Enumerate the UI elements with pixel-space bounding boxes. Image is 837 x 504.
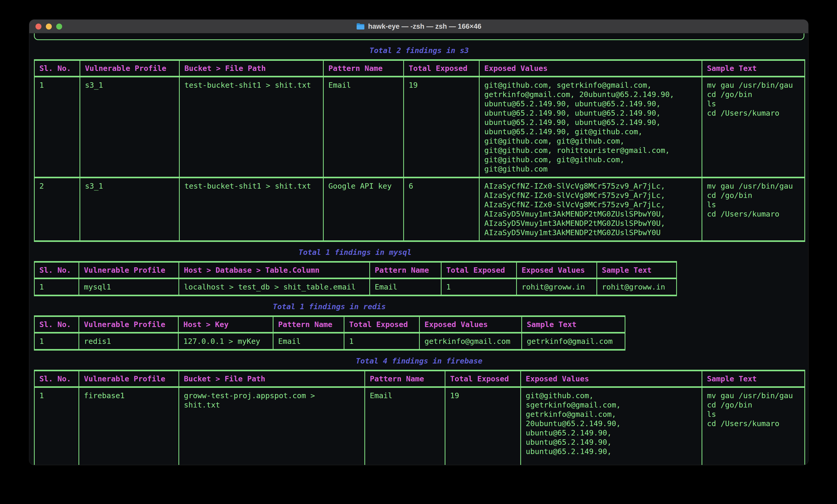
mysql-findings-table: Sl. No. Vulnerable Profile Host > Databa… xyxy=(34,261,677,296)
column-header-sl-no: Sl. No. xyxy=(34,60,80,77)
cell-sl-no: 1 xyxy=(34,77,80,178)
column-header-profile: Vulnerable Profile xyxy=(79,262,179,278)
column-header-sl-no: Sl. No. xyxy=(34,316,79,333)
cell-profile: redis1 xyxy=(79,333,178,350)
column-header-pattern: Pattern Name xyxy=(365,371,445,387)
window-title: hawk-eye — -zsh — zsh — 166×46 xyxy=(368,22,481,31)
column-header-pattern: Pattern Name xyxy=(323,60,404,77)
table-header-row: Sl. No. Vulnerable Profile Bucket > File… xyxy=(34,60,805,77)
cell-exposed-values: git@github.com, sgetrkinfo@gmail.com, ge… xyxy=(521,387,702,465)
column-header-profile: Vulnerable Profile xyxy=(79,316,178,333)
cell-sample-text: mv gau /usr/bin/gau cd /go/bin ls cd /Us… xyxy=(702,178,805,241)
table-header-row: Sl. No. Vulnerable Profile Host > Databa… xyxy=(34,262,677,278)
cell-path: groww-test-proj.appspot.com > shit.txt xyxy=(179,387,365,465)
firebase-section-title: Total 4 findings in firebase xyxy=(34,356,804,366)
desktop-background: hawk-eye — -zsh — zsh — 166×46 Total 2 f… xyxy=(0,0,837,504)
column-header-sl-no: Sl. No. xyxy=(34,371,79,387)
cell-profile: mysql1 xyxy=(79,278,179,296)
column-header-pattern: Pattern Name xyxy=(370,262,441,278)
minimize-button[interactable] xyxy=(46,23,52,30)
column-header-total: Total Exposed xyxy=(404,60,479,77)
column-header-values: Exposed Values xyxy=(521,371,702,387)
cell-profile: s3_1 xyxy=(80,77,179,178)
cell-host: 127.0.0.1 > myKey xyxy=(178,333,273,350)
cell-sl-no: 1 xyxy=(34,333,79,350)
table-header-row: Sl. No. Vulnerable Profile Host > Key Pa… xyxy=(34,316,625,333)
cell-pattern: Email xyxy=(365,387,445,465)
zoom-button[interactable] xyxy=(56,23,62,30)
s3-section-title: Total 2 findings in s3 xyxy=(34,46,804,55)
cell-pattern: Email xyxy=(323,77,404,178)
titlebar: hawk-eye — -zsh — zsh — 166×46 xyxy=(29,20,808,33)
table-row: 1 redis1 127.0.0.1 > myKey Email 1 getrk… xyxy=(34,333,625,350)
table-row: 1 firebase1 groww-test-proj.appspot.com … xyxy=(34,387,805,465)
s3-findings-table: Sl. No. Vulnerable Profile Bucket > File… xyxy=(34,59,805,242)
redis-section-title: Total 1 findings in redis xyxy=(34,302,625,311)
firebase-findings-table: Sl. No. Vulnerable Profile Bucket > File… xyxy=(34,370,805,465)
cell-exposed-values: rohit@groww.in xyxy=(517,278,597,296)
column-header-sample: Sample Text xyxy=(522,316,625,333)
truncated-table-bottom-border xyxy=(34,33,804,40)
column-header-values: Exposed Values xyxy=(479,60,702,77)
cell-pattern: Email xyxy=(273,333,344,350)
cell-host: localhost > test_db > shit_table.email xyxy=(179,278,370,296)
cell-profile: s3_1 xyxy=(80,178,179,241)
cell-sl-no: 1 xyxy=(34,278,79,296)
column-header-profile: Vulnerable Profile xyxy=(80,60,179,77)
cell-sl-no: 2 xyxy=(34,178,80,241)
column-header-host: Host > Key xyxy=(178,316,273,333)
terminal-content[interactable]: Total 2 findings in s3 Sl. No. Vulnerabl… xyxy=(29,33,808,465)
cell-path: test-bucket-shit1 > shit.txt xyxy=(179,178,323,241)
column-header-profile: Vulnerable Profile xyxy=(79,371,179,387)
window-controls xyxy=(35,20,62,33)
column-header-sample: Sample Text xyxy=(597,262,677,278)
column-header-path: Bucket > File Path xyxy=(179,371,365,387)
cell-total: 19 xyxy=(445,387,521,465)
table-row: 1 mysql1 localhost > test_db > shit_tabl… xyxy=(34,278,677,296)
column-header-host: Host > Database > Table.Column xyxy=(179,262,370,278)
cell-exposed-values: getrkinfo@gmail.com xyxy=(420,333,522,350)
cell-sample-text: getrkinfo@gmail.com xyxy=(522,333,625,350)
column-header-total: Total Exposed xyxy=(445,371,521,387)
table-row: 1 s3_1 test-bucket-shit1 > shit.txt Emai… xyxy=(34,77,805,178)
terminal-window: hawk-eye — -zsh — zsh — 166×46 Total 2 f… xyxy=(29,19,808,465)
cell-sample-text: mv gau /usr/bin/gau cd /go/bin ls cd /Us… xyxy=(702,387,805,465)
cell-exposed-values: AIzaSyCfNZ-IZx0-SlVcVg8MCr575zv9_Ar7jLc,… xyxy=(479,178,702,241)
column-header-total: Total Exposed xyxy=(441,262,517,278)
table-header-row: Sl. No. Vulnerable Profile Bucket > File… xyxy=(34,371,805,387)
cell-exposed-values: git@github.com, sgetrkinfo@gmail.com, ge… xyxy=(479,77,702,178)
redis-findings-table: Sl. No. Vulnerable Profile Host > Key Pa… xyxy=(34,315,625,351)
cell-total: 19 xyxy=(404,77,479,178)
cell-pattern: Email xyxy=(370,278,441,296)
cell-pattern: Google API key xyxy=(323,178,404,241)
cell-sl-no: 1 xyxy=(34,387,79,465)
cell-total: 6 xyxy=(404,178,479,241)
column-header-total: Total Exposed xyxy=(344,316,420,333)
column-header-sample: Sample Text xyxy=(702,371,805,387)
window-title-area: hawk-eye — -zsh — zsh — 166×46 xyxy=(29,22,808,31)
column-header-sl-no: Sl. No. xyxy=(34,262,79,278)
column-header-values: Exposed Values xyxy=(420,316,522,333)
column-header-path: Bucket > File Path xyxy=(179,60,323,77)
column-header-sample: Sample Text xyxy=(702,60,805,77)
mysql-section-title: Total 1 findings in mysql xyxy=(34,248,676,257)
cell-total: 1 xyxy=(344,333,420,350)
folder-icon xyxy=(356,23,365,30)
close-button[interactable] xyxy=(35,23,41,30)
cell-total: 1 xyxy=(441,278,517,296)
cell-sample-text: rohit@groww.in xyxy=(597,278,677,296)
column-header-pattern: Pattern Name xyxy=(273,316,344,333)
table-row: 2 s3_1 test-bucket-shit1 > shit.txt Goog… xyxy=(34,178,805,241)
column-header-values: Exposed Values xyxy=(517,262,597,278)
cell-path: test-bucket-shit1 > shit.txt xyxy=(179,77,323,178)
cell-sample-text: mv gau /usr/bin/gau cd /go/bin ls cd /Us… xyxy=(702,77,805,178)
cell-profile: firebase1 xyxy=(79,387,179,465)
